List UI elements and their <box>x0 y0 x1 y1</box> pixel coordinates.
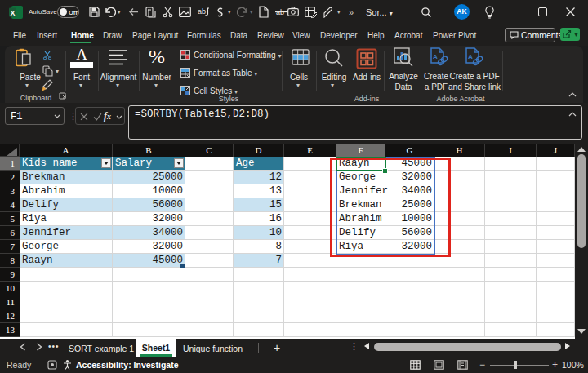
svg-text:ab: ab <box>198 7 206 16</box>
svg-text:A: A <box>468 53 473 60</box>
svg-text:A: A <box>433 53 438 60</box>
